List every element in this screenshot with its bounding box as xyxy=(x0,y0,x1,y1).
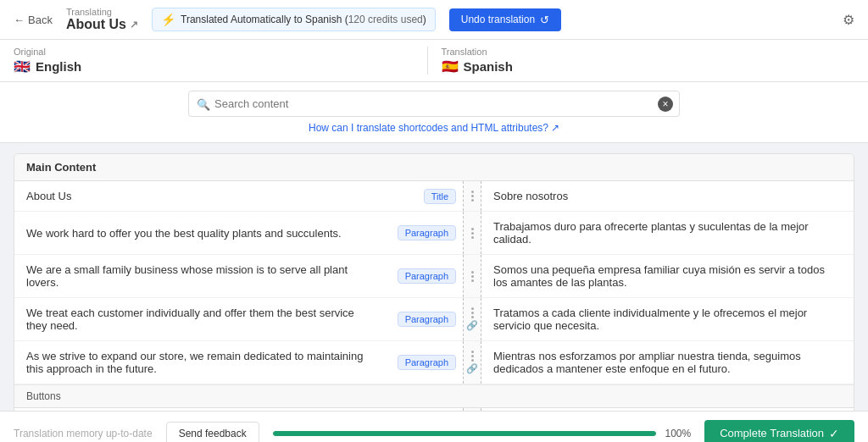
dot xyxy=(471,351,474,353)
dot xyxy=(471,271,474,273)
spanish-lang-label: Spanish xyxy=(464,59,513,74)
undo-translation-button[interactable]: Undo translation ↺ xyxy=(449,8,561,31)
english-flag: 🇬🇧 xyxy=(14,58,31,75)
type-badge: Paragraph xyxy=(398,355,456,370)
source-text: We treat each customer individually and … xyxy=(14,298,387,340)
badge-col: Paragraph xyxy=(387,255,463,297)
divider xyxy=(463,212,481,254)
dot xyxy=(471,355,474,357)
lightning-icon: ⚡ xyxy=(161,13,175,26)
clear-icon: × xyxy=(662,99,668,109)
translation-language-value: 🇪🇸 Spanish xyxy=(442,58,855,75)
complete-translation-button[interactable]: Complete Translation ✓ xyxy=(704,420,854,443)
type-badge: Paragraph xyxy=(398,268,456,284)
section-header: Main Content xyxy=(14,154,854,181)
dot xyxy=(471,307,474,310)
dot xyxy=(471,199,474,202)
search-row: 🔍 × How can I translate shortcodes and H… xyxy=(0,82,868,143)
clear-search-button[interactable]: × xyxy=(658,97,673,112)
check-icon: ✓ xyxy=(829,427,839,440)
type-badge: Paragraph xyxy=(398,312,456,327)
back-label: Back xyxy=(28,14,53,26)
link-icon: 🔗 xyxy=(466,363,478,374)
search-container: 🔍 × xyxy=(188,91,680,117)
dot xyxy=(471,236,474,239)
badge-col: Paragraph xyxy=(387,298,463,340)
dot xyxy=(471,195,474,197)
spanish-flag: 🇪🇸 xyxy=(442,58,459,75)
badge-col: Title xyxy=(387,181,463,211)
source-text: We work hard to offer you the best quali… xyxy=(14,212,387,254)
dot xyxy=(471,279,474,282)
original-language-col: Original 🇬🇧 English xyxy=(14,47,427,75)
translation-language-col: Translation 🇪🇸 Spanish xyxy=(427,47,855,75)
shortcodes-link[interactable]: How can I translate shortcodes and HTML … xyxy=(309,122,559,134)
progress-bar-background xyxy=(273,431,657,436)
target-text: Trabajamos duro para ofrecerte plantas y… xyxy=(481,212,854,254)
settings-icon: ⚙ xyxy=(843,13,854,27)
badge-col: Button Text xyxy=(387,408,463,411)
dot xyxy=(471,275,474,278)
table-row: As we strive to expand our store, we rem… xyxy=(14,341,854,384)
search-input[interactable] xyxy=(188,91,680,117)
badge-col: Paragraph xyxy=(387,341,463,384)
dot xyxy=(471,359,474,362)
source-text: Read More xyxy=(14,408,387,411)
undo-icon: ↺ xyxy=(540,14,549,26)
complete-translation-label: Complete Translation xyxy=(720,427,824,439)
send-feedback-button[interactable]: Send feedback xyxy=(166,422,259,443)
table-row: We are a small family business whose mis… xyxy=(14,255,854,298)
target-text: Sobre nosotros xyxy=(481,181,854,211)
translating-label: Translating xyxy=(66,7,138,17)
divider xyxy=(463,181,481,211)
dot xyxy=(471,312,474,314)
source-text: As we strive to expand our store, we rem… xyxy=(14,341,387,384)
badge-col: Paragraph xyxy=(387,212,463,254)
table-row: We treat each customer individually and … xyxy=(14,298,854,341)
progress-percent: 100% xyxy=(665,428,691,439)
target-text: Mientras nos esforzamos por ampliar nues… xyxy=(481,341,854,384)
external-link-icon: ↗ xyxy=(130,19,138,30)
table-row: About Us Title Sobre nosotros xyxy=(14,181,854,212)
external-link-small-icon: ↗ xyxy=(551,122,559,134)
header: ← Back Translating About Us ↗ ⚡ Translat… xyxy=(0,0,868,40)
content-section: Main Content About Us Title Sobre nosotr… xyxy=(14,153,854,411)
page-title: About Us ↗ xyxy=(66,17,138,32)
target-text: Tratamos a cada cliente individualmente … xyxy=(481,298,854,340)
settings-button[interactable]: ⚙ xyxy=(843,12,854,28)
dot xyxy=(471,191,474,193)
auto-translate-notice: ⚡ Translated Automatically to Spanish (1… xyxy=(152,8,436,31)
original-language-value: 🇬🇧 English xyxy=(14,58,427,75)
back-button[interactable]: ← Back xyxy=(14,14,53,26)
target-text: Sigue leyendo xyxy=(481,408,854,411)
table-row: Read More Button Text Sigue leyendo xyxy=(14,408,854,411)
dot xyxy=(471,228,474,230)
original-label: Original xyxy=(14,47,427,57)
memory-status-label: Translation memory up-to-date xyxy=(14,428,153,439)
source-text: About Us xyxy=(14,181,387,211)
divider xyxy=(463,255,481,297)
translation-label: Translation xyxy=(442,47,855,57)
divider xyxy=(463,408,481,411)
main-area[interactable]: Main Content About Us Title Sobre nosotr… xyxy=(0,143,868,411)
progress-container: 100% xyxy=(273,428,691,439)
target-text: Somos una pequeña empresa familiar cuya … xyxy=(481,255,854,297)
type-badge: Paragraph xyxy=(398,225,456,240)
link-icon: 🔗 xyxy=(466,320,478,331)
back-arrow-icon: ← xyxy=(14,14,25,26)
buttons-sub-header: Buttons xyxy=(14,384,854,408)
source-text: We are a small family business whose mis… xyxy=(14,255,387,297)
language-row: Original 🇬🇧 English Translation 🇪🇸 Spani… xyxy=(0,40,868,82)
table-row: We work hard to offer you the best quali… xyxy=(14,212,854,255)
progress-bar-fill xyxy=(273,431,657,436)
divider: 🔗 xyxy=(463,298,481,340)
search-icon: 🔍 xyxy=(197,97,210,110)
dot xyxy=(471,232,474,235)
dot xyxy=(471,316,474,318)
auto-notice-text: Translated Automatically to Spanish (120… xyxy=(181,14,426,25)
translating-block: Translating About Us ↗ xyxy=(66,7,138,32)
type-badge: Title xyxy=(424,189,456,204)
english-lang-label: English xyxy=(36,59,81,74)
undo-label: Undo translation xyxy=(461,14,535,25)
footer: Translation memory up-to-date Send feedb… xyxy=(0,411,868,442)
